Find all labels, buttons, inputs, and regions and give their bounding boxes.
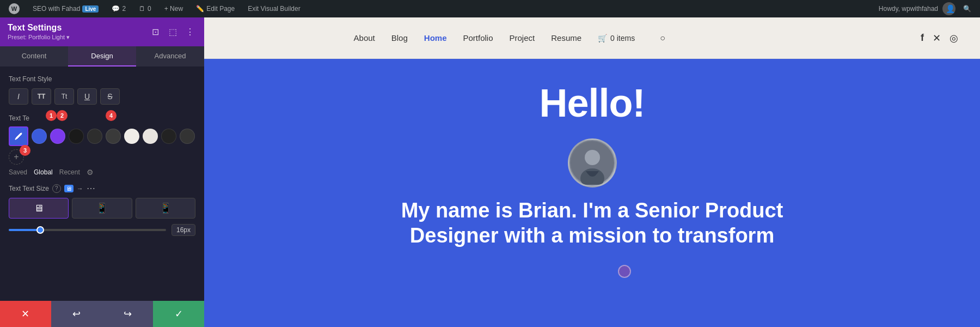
exit-builder-label: Exit Visual Builder bbox=[248, 5, 301, 13]
admin-search[interactable]: 🔍 bbox=[960, 5, 975, 13]
admin-avatar[interactable]: 👤 bbox=[942, 2, 955, 15]
underline-button[interactable]: U bbox=[77, 88, 97, 105]
nav-links: About Blog Home Portfolio Project Resume… bbox=[354, 33, 665, 43]
preset-label: Preset: Portfolio Light bbox=[8, 34, 65, 40]
info-icon[interactable]: ? bbox=[52, 184, 61, 193]
panel-expand-button[interactable]: ⬚ bbox=[166, 26, 179, 39]
panel-title: Text Settings bbox=[8, 23, 70, 33]
slider-fill bbox=[9, 229, 40, 231]
color-swatch-dark1[interactable] bbox=[161, 129, 176, 144]
undo-button[interactable]: ↩ bbox=[51, 301, 102, 327]
badge-3: 3 bbox=[20, 145, 30, 156]
comments-item[interactable]: 💬 2 bbox=[108, 0, 129, 17]
desktop-indicator: 🖥 bbox=[64, 185, 74, 192]
site-name-item[interactable]: SEO with Fahad Live bbox=[29, 0, 102, 17]
color-label-row: Saved Global Recent ⚙ bbox=[9, 168, 195, 177]
panel-more-button[interactable]: ⋮ bbox=[183, 26, 197, 39]
text-size-label: Text Text Size bbox=[9, 185, 49, 192]
nav-home[interactable]: Home bbox=[424, 33, 447, 43]
comments-count: 2 bbox=[122, 5, 126, 13]
hero-title: Hello! bbox=[539, 81, 645, 125]
panel-tabs: Content Design Advanced bbox=[0, 46, 204, 66]
slider-value[interactable]: 16px bbox=[171, 224, 195, 236]
admin-bar: W SEO with Fahad Live 💬 2 🗒 0 + New ✏️ E… bbox=[0, 0, 980, 17]
desktop-device-button[interactable]: 🖥 bbox=[9, 198, 69, 219]
nav-project[interactable]: Project bbox=[510, 33, 535, 43]
badge-1: 1 bbox=[46, 110, 57, 121]
color-swatch-dark2[interactable] bbox=[180, 129, 195, 144]
uppercase-button[interactable]: TT bbox=[32, 88, 51, 105]
color-options-row: + 3 bbox=[9, 149, 195, 165]
chevron-down-icon: ▾ bbox=[66, 34, 70, 40]
nav-resume[interactable]: Resume bbox=[551, 33, 581, 43]
text-size-header: Text Text Size ? 🖥 → ⋯ bbox=[9, 183, 195, 193]
wp-logo: W bbox=[9, 3, 20, 14]
tablet-device-button[interactable]: 📱 bbox=[72, 198, 132, 219]
strikethrough-button[interactable]: S bbox=[100, 88, 120, 105]
color-swatch-purple[interactable] bbox=[50, 129, 65, 144]
action-bar: ✕ ↩ ↪ ✓ bbox=[0, 301, 204, 327]
badge-4: 4 bbox=[106, 110, 117, 121]
tab-design[interactable]: Design bbox=[68, 46, 136, 66]
nav-about[interactable]: About bbox=[354, 33, 375, 43]
recent-label[interactable]: Recent bbox=[59, 168, 80, 176]
text-color-label: Text Te 1 2 4 bbox=[9, 114, 195, 122]
wp-logo-item[interactable]: W bbox=[5, 0, 23, 17]
cart-icon: 🛒 bbox=[598, 34, 607, 43]
nav-blog[interactable]: Blog bbox=[391, 33, 408, 43]
device-icons-row: 🖥 📱 📱 bbox=[9, 198, 195, 219]
site-name: SEO with Fahad bbox=[33, 5, 80, 13]
search-icon[interactable]: ○ bbox=[660, 33, 665, 43]
color-swatch-light1[interactable] bbox=[124, 129, 139, 144]
hero-text-content: My name is Brian. I'm a Senior Product D… bbox=[401, 199, 783, 247]
global-label[interactable]: Global bbox=[34, 168, 53, 176]
twitter-icon[interactable]: ✕ bbox=[933, 32, 941, 44]
sidebar-panel: Text Settings Preset: Portfolio Light ▾ … bbox=[0, 17, 204, 327]
saved-label[interactable]: Saved bbox=[9, 168, 27, 176]
panel-header: Text Settings Preset: Portfolio Light ▾ … bbox=[0, 17, 204, 46]
color-swatch-black2[interactable] bbox=[87, 129, 102, 144]
capitalize-button[interactable]: Tt bbox=[54, 88, 74, 105]
site-nav: About Blog Home Portfolio Project Resume… bbox=[204, 17, 980, 59]
mobile-device-button[interactable]: 📱 bbox=[136, 198, 195, 219]
pencil-icon: ✏️ bbox=[196, 5, 204, 13]
color-swatch-blue[interactable] bbox=[32, 129, 47, 144]
hero-avatar bbox=[568, 138, 617, 187]
more-options-icon[interactable]: ⋯ bbox=[87, 183, 94, 193]
size-slider-track[interactable] bbox=[9, 229, 166, 231]
color-swatch-black1[interactable] bbox=[69, 129, 84, 144]
redo-button[interactable]: ↪ bbox=[102, 301, 154, 327]
instagram-icon[interactable]: ◎ bbox=[950, 32, 958, 44]
panel-minimize-button[interactable]: ⊡ bbox=[149, 26, 162, 39]
notes-icon: 🗒 bbox=[139, 5, 145, 13]
nav-social: f ✕ ◎ bbox=[921, 32, 958, 44]
exit-builder-item[interactable]: Exit Visual Builder bbox=[244, 0, 304, 17]
facebook-icon[interactable]: f bbox=[921, 32, 924, 44]
text-color-section: Text Te 1 2 4 bbox=[9, 114, 195, 177]
cancel-button[interactable]: ✕ bbox=[0, 301, 51, 327]
panel-content: Text Font Style I TT Tt U S Text Te 1 2 … bbox=[0, 66, 204, 301]
text-color-label-text: Text Te bbox=[9, 114, 29, 122]
live-badge: Live bbox=[82, 5, 99, 13]
new-item[interactable]: + New bbox=[161, 0, 186, 17]
confirm-button[interactable]: ✓ bbox=[153, 301, 204, 327]
italic-button[interactable]: I bbox=[9, 88, 28, 105]
panel-title-group: Text Settings Preset: Portfolio Light ▾ bbox=[8, 23, 70, 41]
notes-item[interactable]: 🗒 0 bbox=[136, 0, 155, 17]
nav-cart[interactable]: 🛒 0 items bbox=[598, 34, 635, 43]
tab-content[interactable]: Content bbox=[0, 46, 68, 66]
gear-icon[interactable]: ⚙ bbox=[87, 168, 94, 177]
color-picker-button[interactable] bbox=[9, 126, 28, 146]
text-size-section: Text Text Size ? 🖥 → ⋯ 🖥 📱 📱 1 bbox=[9, 183, 195, 236]
panel-header-icons: ⊡ ⬚ ⋮ bbox=[149, 26, 197, 39]
comment-icon: 💬 bbox=[112, 5, 120, 13]
edit-page-item[interactable]: ✏️ Edit Page bbox=[193, 0, 238, 17]
text-cursor-dot bbox=[618, 265, 631, 278]
tab-advanced[interactable]: Advanced bbox=[136, 46, 204, 66]
color-swatch-light2[interactable] bbox=[143, 129, 158, 144]
slider-thumb[interactable] bbox=[36, 226, 44, 234]
cart-count: 0 items bbox=[610, 34, 635, 43]
color-swatch-black3[interactable] bbox=[106, 129, 121, 144]
nav-portfolio[interactable]: Portfolio bbox=[463, 33, 493, 43]
main-layout: Text Settings Preset: Portfolio Light ▾ … bbox=[0, 17, 980, 327]
